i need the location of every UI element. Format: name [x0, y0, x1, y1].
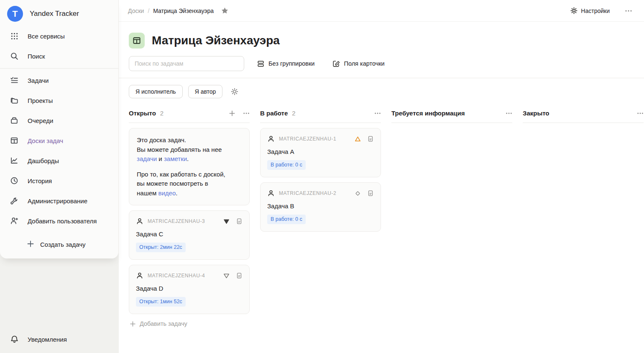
- topbar: Доски / Матрица Эйзенхауэра: [119, 0, 644, 22]
- board-type-icon: [129, 33, 145, 49]
- task-card[interactable]: MATRICAEJZENHAU-4: [129, 265, 250, 314]
- sidebar-item-label: Очереди: [28, 117, 53, 124]
- info-line: Про то, как работать с доской,: [137, 170, 242, 179]
- breadcrumb: Доски / Матрица Эйзенхауэра: [128, 7, 229, 15]
- board-columns: Открыто 2: [119, 98, 644, 353]
- sidebar-item-label: Дашборды: [28, 157, 59, 164]
- column-open: Открыто 2: [129, 110, 250, 327]
- column-header: В работе 2: [260, 110, 381, 123]
- column-more-icon[interactable]: [243, 110, 250, 117]
- info-text: нашем: [137, 189, 158, 197]
- video-link[interactable]: видео: [158, 189, 176, 197]
- assignee-person-icon: [136, 217, 143, 225]
- trivial-priority-icon: [223, 272, 230, 279]
- admin-wrench-icon: [10, 197, 19, 205]
- add-card-plus-icon[interactable]: [229, 110, 235, 117]
- create-task-label: Создать задачу: [40, 241, 85, 248]
- column-title: Открыто: [129, 110, 156, 117]
- grouping-label: Без группировки: [268, 60, 314, 67]
- column-more-icon[interactable]: [637, 110, 644, 117]
- info-line: Вы можете добавлять на нее: [137, 145, 242, 155]
- column-title: В работе: [260, 110, 288, 117]
- sidebar-item-boards[interactable]: Доски задач: [0, 130, 118, 151]
- task-card[interactable]: MATRICAEJZENHAU-3: [129, 210, 250, 260]
- toolbar-divider: [119, 78, 644, 78]
- card-fields-label: Поля карточки: [344, 60, 384, 67]
- more-menu-icon[interactable]: [625, 7, 632, 15]
- board-header: Матрица Эйзенхауэра Без группировки: [119, 22, 644, 71]
- sidebar-item-search[interactable]: Поиск: [0, 46, 118, 66]
- sidebar-item-label: Поиск: [28, 53, 45, 60]
- breadcrumb-boards-link[interactable]: Доски: [128, 8, 144, 14]
- breadcrumb-separator: /: [148, 8, 149, 14]
- document-icon: [367, 136, 374, 142]
- sidebar-item-dashboards[interactable]: Дашборды: [0, 151, 118, 171]
- app-window: T Yandex Tracker Все сервисы: [0, 0, 644, 353]
- info-text: и: [157, 155, 164, 162]
- sidebar-item-label: Администрирование: [28, 197, 87, 205]
- task-card[interactable]: MATRICAEJZENHAU-1: [260, 128, 381, 177]
- favorite-star-icon[interactable]: [221, 7, 229, 15]
- info-text: .: [176, 189, 177, 197]
- sidebar-item-tasks[interactable]: Задачи: [0, 70, 118, 90]
- app-logo-row[interactable]: T Yandex Tracker: [0, 0, 118, 26]
- column-count: 2: [292, 110, 295, 117]
- sidebar-item-label: Все сервисы: [28, 33, 65, 40]
- page-title: Матрица Эйзенхауэра: [152, 34, 280, 47]
- column-more-icon[interactable]: [506, 110, 512, 117]
- tasks-icon: [10, 76, 19, 84]
- column-closed: Закрыто: [523, 110, 644, 123]
- sidebar-panel: T Yandex Tracker Все сервисы: [0, 0, 119, 258]
- sidebar-item-history[interactable]: История: [0, 171, 118, 191]
- yandex-tracker-logo-icon: T: [7, 6, 23, 22]
- queues-icon: [10, 116, 19, 125]
- info-line: задачи и заметки.: [137, 154, 242, 164]
- task-title: Задача B: [267, 202, 374, 210]
- add-task-label: Добавить задачу: [140, 320, 187, 327]
- task-card[interactable]: MATRICAEJZENHAU-2: [260, 182, 381, 232]
- task-search-input[interactable]: [129, 56, 244, 71]
- normal-priority-icon: [354, 190, 361, 197]
- card-fields-button[interactable]: Поля карточки: [332, 60, 384, 68]
- task-key: MATRICAEJZENHAU-3: [148, 218, 205, 224]
- status-badge: Открыт: 2мин 22с: [136, 243, 186, 252]
- filter-assignee-chip[interactable]: Я исполнитель: [129, 85, 183, 98]
- sidebar-item-label: История: [28, 177, 52, 184]
- create-task-button[interactable]: Создать задачу: [0, 233, 118, 255]
- document-icon: [236, 272, 243, 279]
- column-title: Закрыто: [523, 110, 549, 117]
- assignee-person-icon: [267, 189, 275, 197]
- sidebar-item-queues[interactable]: Очереди: [0, 110, 118, 130]
- assignee-person-icon: [267, 135, 275, 143]
- filter-settings-gear-icon[interactable]: [231, 88, 238, 95]
- status-badge: Открыт: 1мин 52с: [136, 297, 186, 307]
- grouping-rows-icon: [257, 60, 265, 68]
- board-toolbar: Без группировки Поля карточки: [129, 56, 634, 71]
- sidebar-item-projects[interactable]: Проекты: [0, 90, 118, 110]
- sidebar-divider: [0, 68, 118, 69]
- notifications-button[interactable]: Уведомления: [0, 331, 67, 348]
- plus-icon: [130, 321, 136, 327]
- filter-author-chip[interactable]: Я автор: [188, 85, 223, 98]
- sidebar-item-all-services[interactable]: Все сервисы: [0, 26, 118, 46]
- grouping-button[interactable]: Без группировки: [257, 60, 314, 68]
- topbar-actions: Настройки: [570, 7, 632, 15]
- sidebar-item-administration[interactable]: Администрирование: [0, 191, 118, 211]
- column-header: Открыто 2: [129, 110, 250, 123]
- board-info-card: Это доска задач. Вы можете добавлять на …: [129, 128, 250, 205]
- document-icon: [367, 190, 374, 197]
- add-task-button[interactable]: Добавить задачу: [129, 320, 250, 327]
- task-key: MATRICAEJZENHAU-4: [148, 273, 205, 279]
- edit-card-icon: [332, 60, 340, 68]
- bell-icon: [10, 335, 19, 344]
- info-line: вы можете посмотреть в: [137, 179, 242, 189]
- app-title: Yandex Tracker: [30, 10, 79, 18]
- task-title: Задача A: [267, 148, 374, 155]
- board-settings-button[interactable]: Настройки: [570, 7, 610, 14]
- status-badge: В работе: 0 с: [267, 215, 306, 224]
- tasks-link[interactable]: задачи: [137, 155, 157, 162]
- column-more-icon[interactable]: [374, 110, 381, 117]
- grid-icon: [10, 32, 19, 40]
- notes-link[interactable]: заметки: [164, 155, 187, 162]
- sidebar-item-add-user[interactable]: Добавить пользователя: [0, 211, 118, 231]
